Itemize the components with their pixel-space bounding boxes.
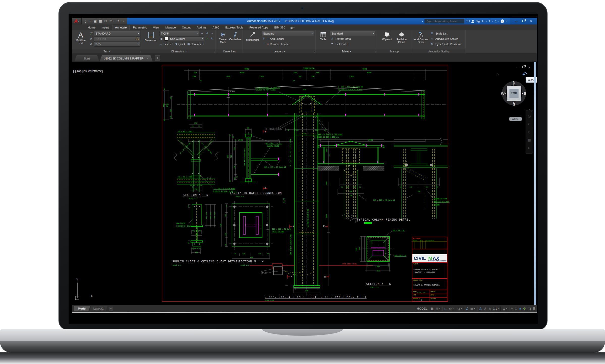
find-text-input[interactable] — [95, 37, 136, 41]
dialog-launcher-icon[interactable]: ↘ — [313, 51, 315, 53]
titlebar-drag-region[interactable]: Autodesk AutoCAD 2017 J1082-3K COLUMN & … — [127, 18, 537, 24]
extract-data-button[interactable]: Extract Data — [335, 37, 351, 40]
find-text-field[interactable] — [94, 36, 140, 41]
a360-caret-icon[interactable]: ▾ — [492, 20, 493, 22]
viewport-controls[interactable]: [-][Top][2D Wireframe] — [73, 69, 103, 73]
search-icon[interactable] — [466, 20, 470, 22]
sync-scale-positions-button[interactable]: Sync Scale Positions — [435, 43, 462, 46]
osnap-caret-icon[interactable]: ▾ — [474, 308, 475, 310]
multileader-button[interactable]: Multileader — [245, 31, 261, 49]
dim-check-icon[interactable]: ✓ — [205, 37, 209, 41]
full-nav-wheel-icon[interactable]: ◎ — [528, 114, 531, 118]
leader-style-select[interactable]: Standard ▾ — [262, 31, 314, 36]
table-button[interactable]: Table — [317, 31, 329, 49]
new-file-icon[interactable]: ▯ — [85, 19, 86, 23]
save-as-icon[interactable]: ▤ — [99, 19, 102, 23]
viewcube-home-icon[interactable]: ⌂ — [496, 72, 499, 77]
viewcube-west[interactable]: W — [501, 92, 504, 95]
ribbon-tab-add-ins[interactable]: Add-ins — [194, 25, 209, 30]
navbar-close-icon[interactable]: × — [531, 110, 532, 112]
drawing-close-button[interactable]: × — [528, 65, 530, 69]
workspace-gear-icon[interactable]: ⚙ — [502, 307, 505, 310]
orbit-icon[interactable]: ▦ — [528, 138, 531, 142]
signin-caret-icon[interactable]: ▾ — [486, 20, 487, 22]
remove-leader-button[interactable]: × Remove Leader — [267, 43, 290, 46]
ribbon-tab-annotate[interactable]: Annotate — [112, 25, 130, 30]
dim-jog-icon[interactable]: ~ — [210, 31, 214, 36]
annotation-scale-icon[interactable]: 1:1 — [493, 307, 497, 310]
annotation-monitor-icon[interactable]: + — [511, 307, 513, 310]
navigation-bar[interactable]: × ◎⊕◇▦▸ — [526, 110, 533, 154]
search-history-icon[interactable]: ▸ — [422, 20, 423, 22]
annotation-visibility-icon[interactable]: ♙ — [479, 307, 482, 310]
ribbon-tab-output[interactable]: Output — [179, 25, 193, 30]
viewcube-arrow-up-icon[interactable]: ▴ — [513, 84, 514, 86]
grid-display-icon[interactable]: ▦ — [431, 307, 434, 310]
ortho-mode-icon[interactable]: ∟ — [444, 307, 447, 310]
dialog-launcher-icon[interactable]: ↘ — [140, 51, 141, 53]
scale-caret-icon[interactable]: ▾ — [498, 308, 499, 310]
dim-style-select[interactable]: TICK5 ▾ — [159, 31, 199, 36]
isodraft-caret-icon[interactable]: ▾ — [461, 308, 462, 310]
leader-align-icon[interactable]: ~ — [262, 42, 266, 46]
snap-caret-icon[interactable]: ▾ — [439, 308, 440, 310]
ribbon-tab-parametric[interactable]: Parametric — [130, 25, 150, 30]
snap-mode-icon[interactable]: ▦ — [435, 307, 438, 310]
sign-in-button[interactable]: Sign In — [476, 20, 484, 23]
drawing-restore-button[interactable] — [522, 65, 525, 69]
panel-label-tables[interactable]: Tables▾ — [316, 49, 377, 53]
model-tab[interactable]: Model — [74, 306, 90, 311]
viewcube-arrow-left-icon[interactable]: ◂ — [504, 92, 506, 95]
isodraft-icon[interactable]: ⊘ — [457, 307, 460, 310]
application-menu-button[interactable]: A ▾ — [72, 18, 82, 24]
dim-break-icon[interactable]: + — [200, 31, 204, 36]
ribbon-tab-bim-360[interactable]: BIM 360 — [271, 25, 288, 30]
undo-caret-icon[interactable]: ▾ — [113, 20, 114, 22]
multiline-text-button[interactable]: A Multiline Text — [73, 31, 88, 49]
customization-icon[interactable]: ☰ — [532, 307, 535, 310]
table-style-select[interactable]: Standard ▾ — [330, 31, 375, 36]
search-input[interactable] — [426, 19, 463, 23]
ribbon-tab-featured-apps[interactable]: Featured Apps — [247, 25, 271, 30]
add-leader-button[interactable]: + Add Leader — [267, 37, 285, 40]
redo-icon[interactable]: ↷ — [117, 19, 119, 23]
minimize-button[interactable] — [512, 19, 520, 23]
model-space-indicator[interactable]: MODEL — [417, 307, 428, 310]
ribbon-tab-a360[interactable]: A360 — [210, 25, 222, 30]
cad-drawing[interactable]: SYMMETRICAL40004000350300065065030002501… — [72, 62, 537, 305]
gear-caret-icon[interactable]: ▾ — [506, 308, 507, 310]
ribbon-tab-home[interactable]: Home — [85, 25, 98, 30]
viewcube[interactable]: N S W E TOP ◂ ▸ ▴ ▾ — [502, 81, 526, 105]
text-style-icon[interactable]: ABC ✓ — [89, 31, 93, 36]
fullscreen-icon[interactable]: ◱ — [528, 307, 531, 310]
ribbon-display-button[interactable]: ▣ ▾ — [290, 26, 294, 30]
continue-dimension-button[interactable]: ⇉ Continue ▾ — [187, 42, 204, 46]
osnap-icon[interactable]: ▭ — [470, 307, 473, 310]
undo-icon[interactable]: ↶ — [109, 19, 112, 23]
text-height-select[interactable]: 37.5 ▾ — [94, 42, 140, 47]
linear-dimension-button[interactable]: ↔ Linear ▾ — [159, 43, 174, 46]
ribbon-tab-view[interactable]: View — [150, 25, 162, 30]
new-tab-button[interactable]: + — [155, 55, 160, 60]
close-button[interactable]: × — [527, 19, 535, 23]
add-current-scale-button[interactable]: Add Current Scale — [414, 31, 429, 49]
store-caret-icon[interactable]: ▾ — [498, 20, 499, 22]
viewcube-east[interactable]: E — [524, 92, 526, 95]
polar-caret-icon[interactable]: ▾ — [452, 308, 453, 310]
polar-tracking-icon[interactable]: ⊙ — [449, 307, 452, 310]
extract-icon-a[interactable]: # — [330, 37, 334, 41]
vertical-scrollbar[interactable] — [534, 62, 536, 305]
drawing-area[interactable]: [-][Top][2D Wireframe] — [72, 62, 537, 305]
link-data-button[interactable]: Link Data — [335, 43, 348, 46]
panel-label-text[interactable]: Text▾ — [72, 49, 142, 53]
panel-label-annotation-scaling[interactable]: Annotation Scaling — [412, 49, 466, 53]
ribbon-tab-insert[interactable]: Insert — [99, 25, 112, 30]
ribbon-tab-express-tools[interactable]: Express Tools — [223, 25, 246, 30]
a360-icon[interactable]: X — [488, 19, 490, 23]
layout1-tab[interactable]: Layout1 — [89, 306, 108, 311]
wipeout-button[interactable]: Wipeout — [380, 31, 394, 49]
pan-icon[interactable]: ⊕ — [528, 122, 531, 126]
centerline-button[interactable]: ∥ Centerline — [229, 31, 241, 49]
showmotion-icon[interactable]: ▸ — [528, 146, 530, 149]
viewcube-arrow-down-icon[interactable]: ▾ — [513, 101, 514, 103]
